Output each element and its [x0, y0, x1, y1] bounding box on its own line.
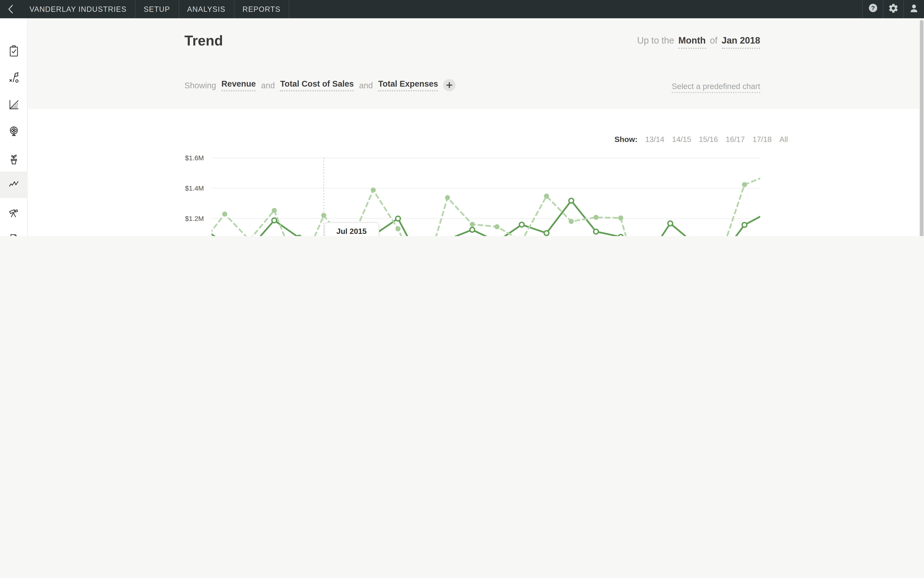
show-option-13-14[interactable]: 13/14 [645, 135, 664, 144]
telescope-icon [7, 205, 21, 219]
sidebar-item-forecast[interactable] [0, 199, 28, 226]
nav-item-analysis[interactable]: ANALYSIS [179, 0, 234, 18]
fan-icon [7, 124, 21, 138]
trend-chart[interactable]: $1.6M$1.4M$1.2M$1M$0.8M$0.6M$0.4M$0.2MAp… [177, 150, 766, 236]
period-prefix-label: Up to the [637, 36, 674, 46]
period-unit-dropdown[interactable]: Month [678, 36, 706, 49]
tooltip-title: Jul 2015 [332, 226, 370, 236]
user-profile-icon [909, 3, 919, 16]
app: VANDERLAY INDUSTRIES SETUPANALYSISREPORT… [0, 0, 924, 236]
period-selector: Up to the Month of Jan 2018 [637, 36, 760, 49]
trend-chart-svg: $1.6M$1.4M$1.2M$1M$0.8M$0.6M$0.4M$0.2MAp… [177, 150, 766, 236]
metric-total-expenses[interactable]: Total Expenses [378, 79, 438, 91]
sidebar-item-goals[interactable] [0, 64, 28, 91]
sidebar-item-checklist[interactable] [0, 37, 28, 64]
show-option-17-18[interactable]: 17/18 [752, 135, 772, 144]
user-profile-button[interactable] [903, 0, 924, 18]
back-button[interactable] [0, 0, 21, 18]
chart-dots-icon [7, 97, 21, 111]
nav-item-reports[interactable]: REPORTS [234, 0, 289, 18]
nav-item-setup[interactable]: SETUP [135, 0, 179, 18]
show-option-16-17[interactable]: 16/17 [726, 135, 745, 144]
top-nav: VANDERLAY INDUSTRIES SETUPANALYSISREPORT… [0, 0, 924, 18]
clipboard-check-icon [7, 44, 21, 57]
trend-line-icon [7, 178, 21, 192]
add-metric-button[interactable] [443, 79, 456, 91]
period-of-label: of [710, 36, 718, 46]
help-button[interactable]: ? [862, 0, 883, 18]
show-label: Show: [615, 135, 638, 144]
scrollbar-track[interactable] [919, 18, 924, 236]
nav-right: ? [862, 0, 924, 18]
nav-menu: SETUPANALYSISREPORTS [135, 0, 289, 18]
svg-text:?: ? [871, 5, 875, 11]
sidebar-item-analysis-chart[interactable] [0, 91, 28, 117]
svg-text:$1.2M: $1.2M [185, 215, 204, 222]
conjunction-label: and [359, 80, 373, 90]
sidebar-item-trend[interactable] [0, 172, 28, 198]
svg-text:$1.6M: $1.6M [185, 154, 204, 162]
svg-text:$1.4M: $1.4M [185, 185, 204, 192]
chart-tooltip: Jul 2015 $1,221,099 [324, 222, 379, 236]
company-menu[interactable]: VANDERLAY INDUSTRIES [21, 0, 135, 18]
sidebar [0, 18, 28, 236]
show-option-14-15[interactable]: 14/15 [672, 135, 691, 144]
settings-button[interactable] [883, 0, 903, 18]
report-doc-icon [7, 232, 21, 236]
period-value-dropdown[interactable]: Jan 2018 [722, 36, 760, 49]
showing-row: ShowingRevenueandTotal Cost of SalesandT… [185, 79, 456, 91]
sidebar-item-fan[interactable] [0, 118, 28, 144]
show-filter-row: Show:13/1414/1515/1616/1717/18All [615, 135, 788, 144]
settings-gear-icon [888, 3, 899, 16]
page-title: Trend [185, 32, 223, 49]
plant-pot-icon [7, 152, 21, 166]
predefined-chart-link[interactable]: Select a predefined chart [672, 82, 760, 93]
metric-total-cost-of-sales[interactable]: Total Cost of Sales [280, 79, 354, 91]
back-chevron-icon [8, 4, 13, 14]
chart-panel: Show:13/1414/1515/1616/1717/18All $1.6M$… [28, 109, 924, 236]
plus-icon [447, 82, 453, 88]
goal-flag-icon [7, 71, 21, 84]
sidebar-item-growth[interactable] [0, 146, 28, 172]
help-icon: ? [868, 3, 878, 15]
conjunction-label: and [261, 80, 275, 90]
sidebar-item-report[interactable] [0, 226, 28, 236]
showing-label: Showing [185, 80, 216, 90]
show-option-all[interactable]: All [779, 135, 788, 144]
scrollbar-thumb[interactable] [920, 20, 924, 236]
show-option-15-16[interactable]: 15/16 [699, 135, 718, 144]
metric-revenue[interactable]: Revenue [221, 79, 256, 91]
